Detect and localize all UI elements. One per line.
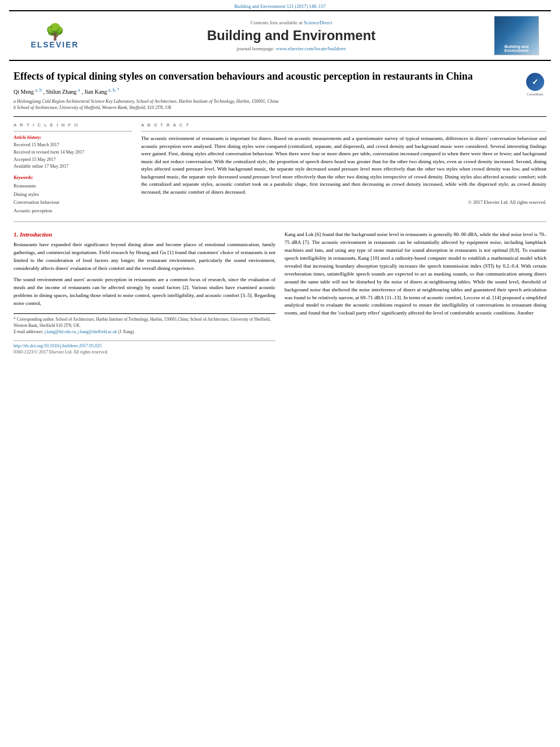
body-right-col: Kang and Lok [6] found that the backgrou… <box>285 231 546 355</box>
keyword-dining-styles: Dining styles <box>14 190 132 198</box>
journal-title-area: Contents lists available at ScienceDirec… <box>91 20 491 51</box>
article-title-block: Effects of typical dining styles on conv… <box>14 70 518 111</box>
affiliations: a Heilongjiang Cold Region Architectural… <box>14 98 518 111</box>
intro-para1: Restaurants have expanded their signific… <box>14 241 275 273</box>
right-para1: Kang and Lok [6] found that the backgrou… <box>285 231 546 317</box>
contents-available-text: Contents lists available at ScienceDirec… <box>91 20 491 25</box>
article-info-block: Article history: Received 15 March 2017 … <box>14 131 132 215</box>
affiliation-b: b School of Architecture, University of … <box>14 104 518 111</box>
keyword-restaurants: Restaurants <box>14 182 132 190</box>
keyword-acoustic: Acoustic perception <box>14 207 132 215</box>
history-label: Article history: <box>14 135 132 140</box>
info-dates: Received 15 March 2017 Received in revis… <box>14 142 132 171</box>
keywords-list: Restaurants Dining styles Conversation b… <box>14 182 132 215</box>
article-title-section: Effects of typical dining styles on conv… <box>14 70 546 117</box>
footnote-area: * Corresponding author. School of Archit… <box>14 313 275 335</box>
email-link1[interactable]: j.kang@hit.edu.cn <box>45 329 76 334</box>
crossmark-label: CrossMark <box>527 92 544 96</box>
journal-title-main: Building and Environment <box>91 28 491 43</box>
abstract-block: The acoustic environment of restaurants … <box>141 131 546 205</box>
journal-homepage: journal homepage: www.elsevier.com/locat… <box>91 46 491 51</box>
journal-bar: Building and Environment 121 (2017) 148–… <box>0 0 560 10</box>
body-left-col: 1. Introduction Restaurants have expande… <box>14 231 275 355</box>
footnote-star: * Corresponding author. School of Archit… <box>14 316 275 329</box>
footer-doi: http://dx.doi.org/10.1016/j.buildenv.201… <box>14 343 275 348</box>
available-online-date: Available online 17 May 2017 <box>14 163 132 171</box>
page: Building and Environment 121 (2017) 148–… <box>0 0 560 747</box>
sciencedirect-link[interactable]: ScienceDirect <box>304 20 332 25</box>
section-title-text: Introduction <box>20 231 52 238</box>
authors: Qi Meng a, b , Shilun Zhang a , Jian Kan… <box>14 88 518 95</box>
cover-text: Building andEnvironment <box>505 45 529 53</box>
footer-bar: http://dx.doi.org/10.1016/j.buildenv.201… <box>14 340 275 355</box>
keywords-label: Keywords: <box>14 175 132 180</box>
crossmark-icon: ✓ <box>526 73 544 91</box>
keyword-conversation: Conversation behaviour <box>14 198 132 206</box>
elsevier-logo: 🌳 ELSEVIER <box>27 24 83 47</box>
info-abstract-section: A R T I C L E I N F O Article history: R… <box>14 123 546 222</box>
author-shilun-zhang: , Shilun Zhang <box>43 89 78 95</box>
accepted-date: Accepted 15 May 2017 <box>14 156 132 164</box>
affiliation-a: a Heilongjiang Cold Region Architectural… <box>14 98 518 104</box>
footer-issn: 0360-1323/© 2017 Elsevier Ltd. All right… <box>14 350 275 355</box>
received-revised-date: Received in revised form 14 May 2017 <box>14 149 132 156</box>
author-aff-a-b: a, b <box>35 88 42 93</box>
journal-cover-image: Building andEnvironment <box>494 16 539 55</box>
author-aff-a: a <box>78 88 80 93</box>
intro-para2: The sound environment and users' acousti… <box>14 276 275 308</box>
article-info-heading: A R T I C L E I N F O <box>14 123 132 128</box>
homepage-link[interactable]: www.elsevier.com/locate/buildenv <box>276 46 346 51</box>
article-title: Effects of typical dining styles on conv… <box>14 70 518 83</box>
email-link2[interactable]: j.kang@sheffield.ac.uk <box>78 329 117 334</box>
article-body: 1. Introduction Restaurants have expande… <box>14 231 546 355</box>
journal-header: 🌳 ELSEVIER Contents lists available at S… <box>9 10 551 61</box>
section-number: 1. <box>14 231 18 238</box>
footnote-email: E-mail addresses: j.kang@hit.edu.cn, j.k… <box>14 329 275 335</box>
abstract-copyright: © 2017 Elsevier Ltd. All rights reserved… <box>141 199 546 205</box>
journal-citation: Building and Environment 121 (2017) 148–… <box>234 3 326 9</box>
article-info-col: A R T I C L E I N F O Article history: R… <box>14 123 132 215</box>
section-intro-title: 1. Introduction <box>14 231 275 238</box>
elsevier-tree-icon: 🌳 <box>45 24 65 40</box>
doi-link[interactable]: http://dx.doi.org/10.1016/j.buildenv.201… <box>14 343 102 348</box>
author-aff-ab-star: a, b, * <box>108 88 120 93</box>
elsevier-logo-area: 🌳 ELSEVIER <box>18 24 91 47</box>
author-qi-meng: Qi Meng <box>14 89 35 95</box>
author-jian-kang: , Jian Kang <box>81 89 108 95</box>
article-content: Effects of typical dining styles on conv… <box>0 61 560 364</box>
crossmark: ✓ CrossMark <box>524 73 546 96</box>
elsevier-brand: ELSEVIER <box>30 40 78 49</box>
abstract-col: A B S T R A C T The acoustic environment… <box>141 123 546 215</box>
received-date: Received 15 March 2017 <box>14 142 132 149</box>
abstract-text: The acoustic environment of restaurants … <box>141 135 546 196</box>
abstract-heading: A B S T R A C T <box>141 123 546 128</box>
journal-cover: Building andEnvironment <box>491 16 542 55</box>
